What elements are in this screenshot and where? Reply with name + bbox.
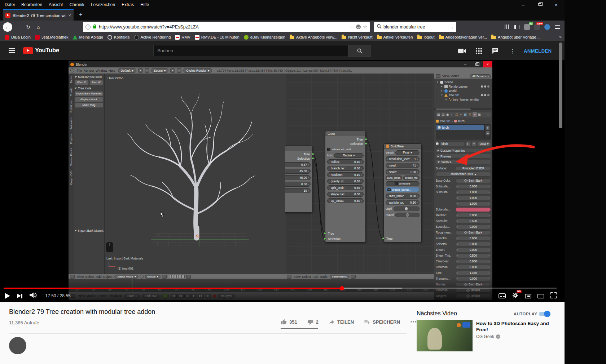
- library-icon[interactable]: [502, 23, 511, 31]
- node-slider[interactable]: scale:1.00: [386, 169, 420, 174]
- menubar-item[interactable]: Lesezeichen: [88, 0, 118, 9]
- distribution-dropdown[interactable]: Multiscatter GGX▾: [436, 172, 491, 177]
- node-button[interactable]: auto_upda: [386, 176, 402, 180]
- properties-tab[interactable]: [477, 112, 482, 117]
- bookmarks-overflow-chevron[interactable]: »: [559, 35, 562, 40]
- slot-add-button[interactable]: +: [486, 125, 490, 130]
- node-slider[interactable]: angle:45.00: [285, 169, 311, 174]
- bookmark-item[interactable]: Nicht verkauft: [340, 34, 374, 40]
- new-tab-button[interactable]: +: [76, 10, 85, 19]
- page-scrollbar[interactable]: [559, 43, 562, 128]
- material-slot[interactable]: birch: [436, 125, 484, 130]
- new-material-button[interactable]: +: [471, 141, 477, 146]
- next-video-thumbnail[interactable]: [417, 320, 473, 351]
- next-video-title[interactable]: How to 3D Photoscan Easy and Free!: [476, 320, 558, 333]
- forward-button[interactable]: →: [14, 23, 22, 31]
- back-button[interactable]: ←: [3, 22, 12, 32]
- node-slider[interactable]: seed:41: [386, 163, 420, 168]
- property-row[interactable]: Specular... 0.000: [436, 224, 491, 230]
- bookmark-item[interactable]: Artikel verkaufen: [375, 34, 415, 40]
- property-row[interactable]: Metallic: 0.000: [436, 212, 491, 218]
- properties-tab[interactable]: [454, 112, 459, 117]
- bookmark-item[interactable]: Kontakte: [106, 34, 131, 40]
- save-button[interactable]: SPEICHERN: [364, 319, 400, 325]
- outliner-item[interactable]: ▾ tree.001: [434, 93, 492, 97]
- bookmark-item[interactable]: eBay Kleinanzeigen: [242, 34, 287, 40]
- autoplay-toggle[interactable]: [539, 312, 550, 316]
- more-actions-icon[interactable]: ⋯: [410, 318, 417, 326]
- youtube-search-box[interactable]: [153, 45, 348, 56]
- node-slider[interactable]: t:10: [285, 188, 311, 193]
- node-slider[interactable]: d_size:0.60: [285, 182, 311, 187]
- youtube-kebab-icon[interactable]: ⋮: [509, 47, 517, 55]
- material-field[interactable]: [395, 213, 420, 217]
- node-input[interactable]: Tree: [386, 236, 420, 241]
- material-name-field[interactable]: birch: [439, 141, 465, 146]
- node-slider[interactable]: a:0.37: [285, 162, 311, 167]
- node-slider[interactable]: radius:0.10: [327, 159, 364, 164]
- bookmark-item[interactable]: Aktive Angebote verw...: [288, 34, 339, 40]
- outliner-item[interactable]: ▸ World: [434, 89, 492, 93]
- grow-node[interactable]: Grow TreeSelection advanced_setti... lim…: [325, 131, 366, 243]
- data-link-dropdown[interactable]: Data▾: [477, 141, 491, 146]
- create-particles-checkbox[interactable]: create_particl...: [386, 187, 420, 192]
- property-row[interactable]: Base Color: Birch Bark: [436, 178, 491, 183]
- property-row[interactable]: Subsurfa...: [436, 207, 491, 212]
- bookmark-item[interactable]: logout: [416, 34, 436, 40]
- search-go-icon[interactable]: →: [449, 24, 454, 30]
- search-bar[interactable]: →: [374, 22, 456, 32]
- sidebar-toggle-icon[interactable]: [513, 23, 521, 31]
- bookmark-item[interactable]: Meine Ablage: [71, 34, 105, 40]
- bookmark-item[interactable]: Angebot über Vorlage ...: [489, 34, 543, 40]
- node-output[interactable]: Selection: [327, 142, 364, 146]
- youtube-menu-icon[interactable]: [9, 48, 15, 53]
- youtube-apps-icon[interactable]: [475, 47, 483, 55]
- dupli-object-field[interactable]: [394, 207, 420, 211]
- page-actions-icon[interactable]: ⋯: [349, 24, 354, 30]
- fake-user-button[interactable]: F: [466, 141, 471, 146]
- properties-tab[interactable]: [436, 112, 441, 117]
- node-slider[interactable]: up_attrac:0.50: [327, 198, 364, 203]
- property-row[interactable]: Specular: 0.500: [436, 218, 491, 224]
- video-player[interactable]: Blender – × FileRenderWindowHelp Default…: [0, 60, 565, 302]
- properties-tab[interactable]: [464, 112, 468, 117]
- menubar-item[interactable]: Extras: [118, 0, 137, 9]
- properties-tab[interactable]: [468, 112, 473, 117]
- property-row[interactable]: Subsurfa... 0.000: [436, 183, 491, 189]
- extension-icon-1[interactable]: 95: [523, 23, 531, 31]
- bookmark-item[interactable]: DiBa Login: [3, 34, 32, 40]
- properties-tab[interactable]: [445, 112, 450, 117]
- upload-video-icon[interactable]: [458, 47, 466, 55]
- menubar-item[interactable]: Ansicht: [45, 0, 66, 9]
- fullscreen-icon[interactable]: [550, 292, 557, 300]
- share-button[interactable]: TEILEN: [329, 319, 354, 325]
- player-progress-bar[interactable]: [4, 288, 557, 289]
- properties-tab[interactable]: [473, 112, 477, 117]
- volume-icon[interactable]: [30, 292, 38, 299]
- theater-mode-icon[interactable]: [537, 294, 544, 298]
- hamburger-menu-icon[interactable]: [553, 23, 562, 31]
- property-row[interactable]: 1.000: [436, 201, 491, 207]
- node-slider[interactable]: 45.00: [285, 175, 311, 180]
- node-output[interactable]: Tree: [327, 137, 364, 142]
- node-slider[interactable]: max_radiu:0.20: [386, 194, 420, 199]
- search-engine-icon[interactable]: [377, 24, 382, 30]
- visualize-dropdown[interactable]: Final▾: [395, 150, 420, 155]
- node-input[interactable]: Tree: [327, 231, 364, 236]
- search-input[interactable]: [383, 25, 447, 30]
- node-output[interactable]: Tree: [285, 152, 311, 156]
- properties-tab[interactable]: [459, 112, 464, 117]
- node-slider[interactable]: gravity_st:0.60: [327, 179, 364, 184]
- like-button[interactable]: 351: [281, 319, 297, 325]
- window-close-button[interactable]: ×: [548, 0, 565, 9]
- menubar-item[interactable]: Chronik: [66, 0, 87, 9]
- sign-in-button[interactable]: ANMELDEN: [524, 48, 552, 54]
- miniplayer-icon[interactable]: [525, 294, 531, 298]
- window-restore-button[interactable]: [531, 0, 548, 9]
- browser-tab[interactable]: Blender2 79 Tree creation with ×: [3, 9, 74, 21]
- node-slider[interactable]: split_prob:0.55: [327, 185, 364, 190]
- preview-panel[interactable]: Preview: [436, 154, 491, 159]
- limit-dropdown[interactable]: Radius▾: [334, 153, 364, 158]
- node-slider[interactable]: randomn:0.10: [327, 172, 364, 177]
- channel-avatar[interactable]: [9, 337, 26, 354]
